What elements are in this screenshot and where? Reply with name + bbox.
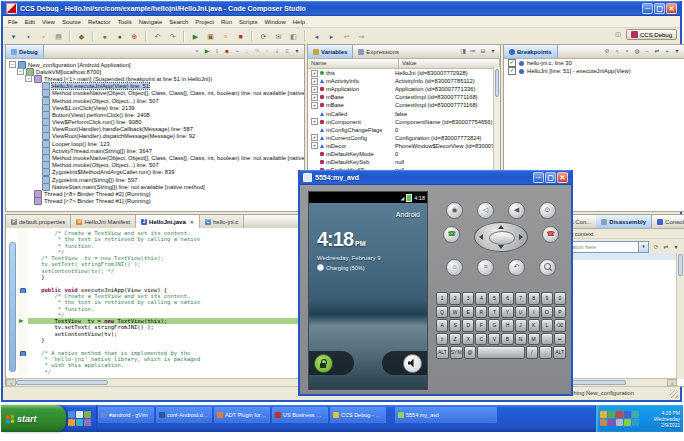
debug-tree-item[interactable]: ZygoteInit.main(String[]) line: 597 xyxy=(6,176,304,183)
view-menu-icon[interactable]: ▾ xyxy=(672,242,681,253)
back-icon[interactable]: ◂ xyxy=(310,30,323,43)
key-p[interactable]: P xyxy=(554,306,566,319)
new-target-configuration-icon[interactable]: ● xyxy=(98,30,111,43)
column-name[interactable]: Name xyxy=(308,59,399,68)
expander-icon[interactable]: + xyxy=(311,102,318,109)
emulator-close-button[interactable]: ✕ xyxy=(557,172,568,183)
scroll-thumb[interactable] xyxy=(16,380,108,385)
key-w[interactable]: W xyxy=(449,306,461,319)
menu-refactor[interactable]: Refactor xyxy=(88,19,111,25)
menu-navigate[interactable]: Navigate xyxy=(139,19,163,25)
expander-icon[interactable]: + xyxy=(311,78,318,85)
key-k[interactable]: K xyxy=(528,319,540,332)
taskbar-item-5554-my-avd[interactable]: 5554:my_avd xyxy=(395,407,497,423)
column-value[interactable]: Value xyxy=(399,59,500,68)
key-s[interactable]: S xyxy=(449,319,461,332)
debug-tree-item[interactable]: −New_configuration [Android Application] xyxy=(6,61,304,68)
debug-tree-item[interactable]: View$1.onClick(View) line: 2139 xyxy=(6,104,304,111)
show-type-names-icon[interactable]: ◨ xyxy=(459,46,468,57)
key-del[interactable]: ⌫ xyxy=(554,319,566,332)
key-n[interactable]: N xyxy=(515,333,527,346)
key-y[interactable]: Y xyxy=(501,306,513,319)
quick-launch-icon-5[interactable] xyxy=(76,419,83,426)
tab-expressions[interactable]: Expressions xyxy=(353,45,404,58)
close-button[interactable]: ✕ xyxy=(666,3,677,14)
debug-tree-item[interactable]: ViewRoot(Handler).dispatchMessage(Messag… xyxy=(6,133,304,140)
end-call-button[interactable]: ☎ xyxy=(542,226,559,243)
emulator-maximize-button[interactable]: ▢ xyxy=(545,172,556,183)
volume-up-button[interactable]: ◀ xyxy=(508,202,525,219)
tab-debug[interactable]: Debug xyxy=(6,45,44,58)
breakpoint-checkbox[interactable]: ✓ xyxy=(508,67,516,75)
step-over-icon[interactable]: ↷ xyxy=(253,46,262,57)
quick-launch-icon-6[interactable] xyxy=(84,419,91,426)
remove-all-terminated-icon[interactable]: × xyxy=(193,46,202,57)
search-button[interactable] xyxy=(539,259,556,276)
unlock-slider[interactable] xyxy=(309,351,354,375)
scroll-right-arrow[interactable]: › xyxy=(667,379,677,386)
tray-icon-10[interactable] xyxy=(632,419,639,426)
view-menu-icon[interactable]: ▾ xyxy=(673,46,682,57)
debug-icon[interactable]: ● xyxy=(113,30,126,43)
remove-icon[interactable]: × xyxy=(613,46,622,57)
debug-tree-item[interactable]: ViewRoot(Handler).handleCallback(Message… xyxy=(6,126,304,133)
variable-row[interactable]: mConfigChangeFlags0 xyxy=(308,126,500,134)
key-t[interactable]: T xyxy=(488,306,500,319)
debug-tree-item[interactable]: Button(View).performClick() line: 2408 xyxy=(6,111,304,118)
go-to-file-icon[interactable]: → xyxy=(643,46,652,57)
tray-icon-8[interactable] xyxy=(616,419,623,426)
key-m[interactable]: M xyxy=(528,333,540,346)
key-g[interactable]: G xyxy=(488,319,500,332)
debug-tree-item[interactable]: ZygoteInit$MethodAndArgsCaller.run() lin… xyxy=(6,169,304,176)
variable-row[interactable]: +mCurrentConfigConfiguration (id=8300077… xyxy=(308,134,500,142)
debug-tree-item[interactable]: −DalvikVM[localhost:8700] xyxy=(6,68,304,75)
forward-icon[interactable]: ▸ xyxy=(325,30,338,43)
menu-window[interactable]: Window xyxy=(264,19,285,25)
tab-variables[interactable]: Variables xyxy=(308,45,353,58)
volume-down-button[interactable]: ◁ xyxy=(477,202,494,219)
menu-view[interactable]: View xyxy=(42,19,55,25)
key-i[interactable]: I xyxy=(528,306,540,319)
terminate-icon[interactable]: ■ xyxy=(223,46,232,57)
debug-tree-item[interactable]: Method.invokeNative(Object, Object[], Cl… xyxy=(6,154,304,161)
tray-icon-3[interactable] xyxy=(616,411,623,418)
view-menu-icon[interactable]: ▾ xyxy=(293,46,302,57)
key-r[interactable]: R xyxy=(475,306,487,319)
quick-launch-icon-2[interactable] xyxy=(76,411,83,418)
sync-icon[interactable]: ⟳ xyxy=(257,30,270,43)
profile-icon[interactable]: ▣ xyxy=(204,30,217,43)
key-o[interactable]: O xyxy=(541,306,553,319)
call-button[interactable]: ☎ xyxy=(443,226,460,243)
key-sym[interactable]: . xyxy=(541,333,553,346)
tab-breakpoints[interactable]: Breakpoints xyxy=(504,45,558,58)
step-icon[interactable]: » xyxy=(219,30,232,43)
key-v[interactable]: V xyxy=(488,333,500,346)
drop-to-frame-icon[interactable]: ⇣ xyxy=(273,46,282,57)
combo-dropdown-icon[interactable]: ▾ xyxy=(638,242,648,252)
debug-tree-item[interactable]: Method.invoke(Object, Object...) line: 5… xyxy=(6,162,304,169)
variable-row[interactable]: mDefaultKeySsbnull xyxy=(308,158,500,166)
menu-help[interactable]: Help xyxy=(293,19,305,25)
key-j[interactable]: J xyxy=(515,319,527,332)
save-all-icon[interactable]: ▫ xyxy=(37,30,50,43)
run-icon[interactable]: ▶ xyxy=(189,30,202,43)
taskbar-item-us-business-news-l-[interactable]: US Business News - L... xyxy=(272,407,328,423)
debug-tree-item[interactable]: NativeStart.main(String[]) line: not ava… xyxy=(6,183,304,190)
disassembly-vertical-scrollbar[interactable] xyxy=(676,253,684,379)
key-e[interactable]: E xyxy=(462,306,474,319)
close-tab-icon[interactable]: ✕ xyxy=(190,219,194,225)
lock-icon[interactable] xyxy=(314,354,333,373)
build-icon[interactable]: ◆ xyxy=(75,30,88,43)
editor-tab-hellojni-manifest[interactable]: MHelloJni Manifest xyxy=(71,215,136,228)
menu-tools[interactable]: Tools xyxy=(118,19,132,25)
skip-all-breakpoints-icon[interactable]: ⊘ xyxy=(603,46,612,57)
show-breakpoints-supported-icon[interactable]: ◍ xyxy=(633,46,642,57)
key-a[interactable]: A xyxy=(436,319,448,332)
refresh-icon[interactable]: ⟳ xyxy=(652,242,661,253)
breakpoint-item[interactable]: ✓HelloJni [line: 51] - executeJniApp(Vie… xyxy=(504,67,684,75)
disconnect-icon[interactable]: ⌁ xyxy=(233,46,242,57)
dpad-left-icon[interactable] xyxy=(479,234,483,240)
dpad[interactable] xyxy=(474,222,528,252)
minimize-button[interactable]: ─ xyxy=(642,3,653,14)
key-l[interactable]: L xyxy=(541,319,553,332)
